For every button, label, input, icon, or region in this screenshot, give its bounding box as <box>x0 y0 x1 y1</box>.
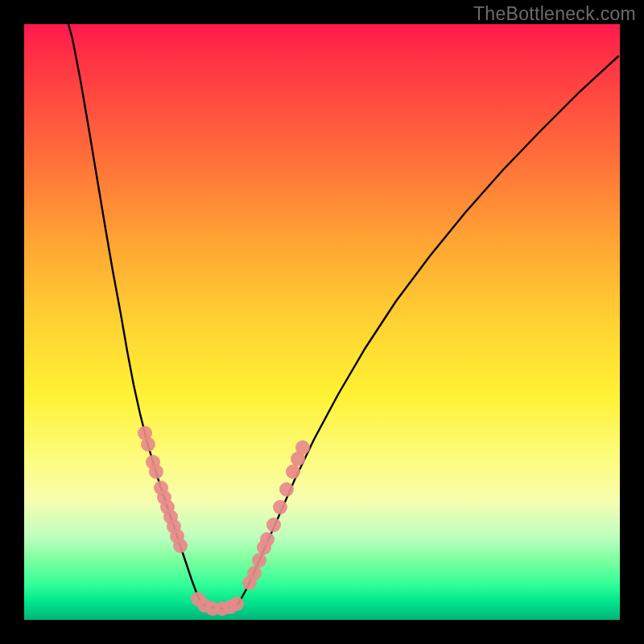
highlight-dot <box>141 437 155 452</box>
highlight-dot <box>266 518 281 532</box>
highlight-dot <box>279 482 294 497</box>
highlight-dot <box>273 500 287 514</box>
highlight-dot <box>286 464 300 479</box>
highlight-dot <box>149 464 163 479</box>
highlight-dot-group <box>138 426 310 616</box>
highlight-dot <box>173 539 188 553</box>
v-curve-path <box>68 24 618 609</box>
highlight-dot <box>247 566 262 580</box>
watermark-text: TheBottleneck.com <box>473 3 636 25</box>
chart-frame: TheBottleneck.com <box>0 0 644 644</box>
highlight-dot <box>260 532 275 547</box>
highlight-dot <box>252 553 266 568</box>
plot-area <box>24 24 620 620</box>
curve-svg <box>24 24 620 620</box>
highlight-dot <box>229 597 244 611</box>
highlight-dot <box>295 440 310 455</box>
